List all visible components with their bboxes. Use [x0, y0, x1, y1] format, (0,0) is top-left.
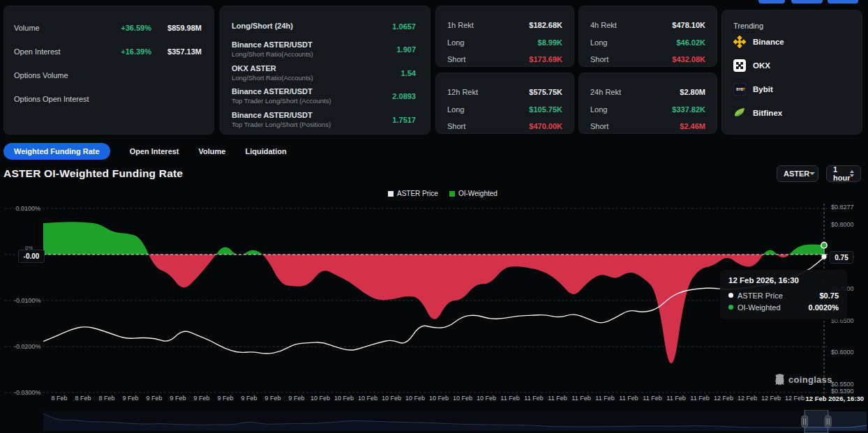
x-axis-tick: 12 Feb [785, 395, 805, 402]
interval-select[interactable]: 1 hour [826, 165, 861, 182]
trending-card: Trending BinanceOKXBYB!TBybitBitfinex [721, 10, 862, 135]
ratio-value: 2.0893 [392, 92, 416, 100]
rekt-short-value: $173.69K [529, 55, 562, 63]
market-stat-row: Options Open Interest [14, 87, 202, 111]
rekt-short-label: Short [447, 55, 465, 63]
left-axis-tick: -0.0100% [14, 297, 40, 304]
rekt-short-label: Short [590, 55, 608, 63]
x-axis-tick: 11 Feb [500, 395, 519, 402]
rekt-card: 4h Rekt$478.10KLong$46.02KShort$432.08K [578, 6, 717, 67]
rekt-long-value: $337.82K [672, 105, 705, 114]
x-axis-tick: 9 Feb [170, 395, 186, 402]
navigator-selection[interactable] [805, 410, 828, 433]
ratio-sublabel: Long/Short Ratio(Accounts) [232, 74, 313, 82]
x-axis-tick: 10 Feb [334, 395, 354, 402]
cutoff-button-1[interactable] [758, 0, 785, 3]
spinner-icon[interactable] [850, 170, 854, 177]
rekt-short-value: $432.08K [672, 55, 705, 63]
rekt-total-value: $478.10K [672, 21, 705, 29]
tab-liquidation[interactable]: Liquidation [245, 147, 286, 155]
rekt-card: 24h Rekt$2.80MLong$337.82KShort$2.46M [578, 73, 717, 134]
long-short-row: Binance ASTER/USDTLong/Short Ratio(Accou… [232, 38, 416, 62]
symbol-select[interactable]: ASTER [777, 165, 818, 182]
cutoff-button-3[interactable] [828, 0, 858, 3]
tab-volume[interactable]: Volume [199, 147, 226, 155]
legend-label: ASTER Price [397, 190, 438, 197]
rekt-total-value: $182.68K [529, 21, 562, 29]
rekt-short-row: Short$470.00K [447, 118, 562, 135]
x-axis-tick: 12 Feb 2026, 16:30 [806, 395, 864, 402]
ratio-label-group: Binance ASTER/USDTLong/Short Ratio(Accou… [232, 40, 313, 59]
ratio-value: 1.907 [396, 45, 416, 54]
stat-label: Options Open Interest [14, 95, 89, 103]
stat-label: Options Volume [14, 71, 68, 79]
x-axis-tick: 12 Feb [761, 395, 781, 402]
x-axis-tick: 9 Feb [217, 395, 233, 402]
x-axis-tick: 9 Feb [288, 395, 304, 402]
x-axis-tick: 10 Feb [477, 395, 496, 402]
rekt-short-label: Short [590, 122, 608, 130]
rekt-long-label: Long [447, 105, 464, 114]
tooltip-series-value: $0.75 [819, 291, 839, 300]
x-axis-tick: 8 Feb [51, 395, 67, 402]
trending-item-binance[interactable]: Binance [733, 30, 852, 54]
navigator-handle-right[interactable] [825, 416, 831, 427]
long-short-row: OKX ASTERLong/Short Ratio(Accounts)1.54 [232, 61, 416, 85]
long-short-row: Binance ASTER/USDTTop Trader Long/Short … [232, 108, 416, 132]
ratio-value: 1.54 [401, 69, 416, 77]
trending-item-bitfinex[interactable]: Bitfinex [733, 101, 852, 125]
tab-weighted-funding-rate[interactable]: Weighted Funding Rate [3, 143, 110, 160]
legend-swatch [388, 191, 394, 197]
coinglass-dashboard: Volume+36.59%$859.98MOpen Interest+16.39… [0, 0, 868, 433]
right-axis-tick: $0.6000 [831, 349, 854, 356]
trending-exchange-name: Bybit [753, 85, 773, 93]
stat-value: $859.98M [151, 24, 202, 32]
x-axis-tick: 8 Feb [75, 395, 91, 402]
bitfinex-logo [733, 107, 746, 119]
long-short-row: Binance ASTER/USDTTop Trader Long/Short … [232, 85, 416, 109]
rekt-short-row: Short$2.46M [590, 118, 705, 135]
long-short-row: Long/Short (24h)1.0657 [232, 15, 416, 38]
rekt-long-row: Long$8.99K [447, 34, 562, 52]
stat-label: Volume [14, 24, 40, 32]
rekt-total-value: $2.80M [680, 88, 705, 96]
trending-item-bybit[interactable]: BYB!TBybit [733, 77, 852, 101]
rekt-long-row: Long$105.75K [447, 101, 562, 119]
funding-current-badge: -0.00 [18, 250, 45, 263]
left-axis-tick: -0.0200% [14, 343, 40, 350]
tab-open-interest[interactable]: Open Interest [130, 147, 179, 155]
coinglass-logo-icon [775, 374, 785, 386]
navigator-handle-left[interactable] [802, 416, 808, 427]
x-axis-tick: 11 Feb [524, 395, 543, 402]
rekt-period-label: 1h Rekt [447, 21, 474, 29]
tooltip-row: OI-Weighted0.0020% [728, 301, 839, 313]
legend-item: ASTER Price [388, 190, 438, 197]
trending-item-okx[interactable]: OKX [733, 54, 852, 77]
trending-exchange-name: OKX [753, 61, 770, 70]
rekt-period-label: 12h Rekt [447, 88, 478, 96]
cutoff-button-2[interactable] [791, 0, 823, 3]
left-axis-tick: 0.0100% [14, 205, 40, 212]
interval-select-value: 1 hour [833, 165, 850, 182]
rekt-long-value: $8.99K [538, 38, 562, 47]
coinglass-watermark: coinglass [775, 374, 832, 386]
x-axis-tick: 10 Feb [358, 395, 377, 402]
stat-label: Open Interest [14, 47, 61, 56]
chart-navigator[interactable] [0, 410, 868, 433]
x-axis-tick: 10 Feb [453, 395, 472, 402]
x-axis-tick: 10 Feb [429, 395, 449, 402]
right-axis-tick: $0.5390 [831, 388, 854, 395]
rekt-total-row: 4h Rekt$478.10K [590, 17, 705, 34]
right-axis-tick: $0.8277 [831, 204, 854, 211]
right-axis-tick: $0.8000 [831, 221, 854, 228]
market-stat-row: Options Volume [14, 63, 202, 87]
tooltip-series-dot [728, 305, 733, 310]
ratio-sublabel: Top Trader Long/Short (Positions) [232, 121, 331, 129]
ratio-label-group: Binance ASTER/USDTTop Trader Long/Short … [232, 87, 331, 105]
ratio-sublabel: Long/Short Ratio(Accounts) [232, 50, 313, 59]
trending-exchange-name: Bitfinex [753, 109, 782, 117]
ratio-value: 1.7517 [392, 116, 416, 124]
stat-change: +36.59% [121, 24, 151, 32]
x-axis: 8 Feb8 Feb8 Feb9 Feb9 Feb9 Feb9 Feb9 Feb… [0, 395, 868, 404]
tooltip-series-dot [728, 293, 733, 298]
